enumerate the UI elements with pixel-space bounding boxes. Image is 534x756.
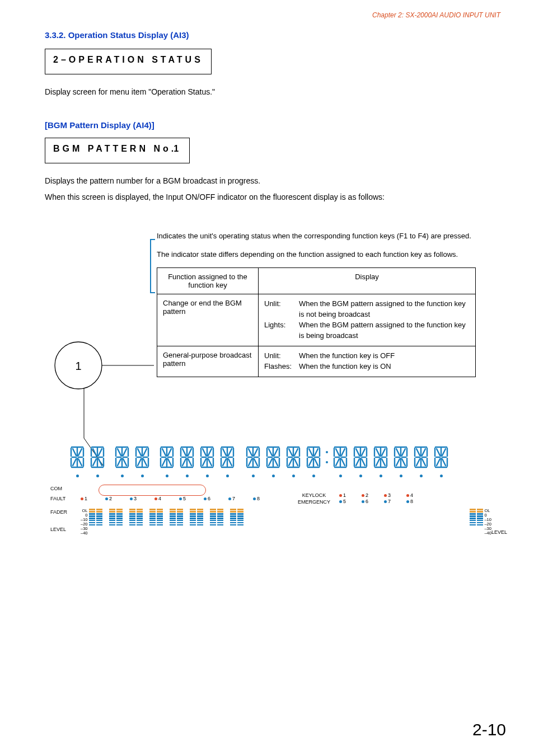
led-icon — [384, 494, 387, 497]
svg-line-183 — [341, 449, 345, 456]
highlight-box — [99, 485, 206, 496]
led-icon — [130, 497, 133, 500]
svg-line-99 — [208, 449, 212, 456]
svg-line-86 — [182, 459, 186, 466]
segment-glyph-icon — [133, 445, 151, 469]
meter-segment — [149, 511, 156, 513]
svg-line-28 — [93, 449, 96, 456]
fault-indicator-5: 5 — [179, 496, 204, 501]
input-level-meters — [89, 509, 243, 525]
meter-segment — [470, 520, 476, 522]
svg-line-87 — [188, 459, 191, 466]
section-description-ai3: Display screen for menu item "Operation … — [45, 87, 500, 98]
indicator-dot-icon — [226, 475, 229, 477]
svg-line-142 — [269, 459, 272, 466]
meter-segment — [137, 509, 143, 510]
svg-line-141 — [274, 449, 278, 456]
meter-segment — [89, 518, 95, 519]
meter-segment — [109, 509, 115, 510]
status-pair: 26 — [362, 492, 384, 505]
segment-glyph-icon — [331, 445, 349, 469]
segment-glyph-icon — [113, 445, 131, 469]
meter-segment — [190, 513, 196, 515]
meter-segment — [157, 518, 163, 519]
lcd-bgm-suffix: 1 — [174, 144, 181, 153]
meter-segment — [129, 522, 135, 524]
fault-indicator-4: 4 — [154, 496, 179, 501]
svg-line-196 — [356, 449, 359, 456]
led-icon — [362, 500, 364, 503]
meter-segment — [197, 513, 203, 515]
meter-segment — [190, 520, 196, 522]
segment-glyph-icon — [158, 445, 176, 469]
meter-segment — [237, 511, 243, 513]
svg-line-170 — [309, 459, 312, 466]
kv-val: When the function key is ON — [299, 361, 470, 372]
meter-segment — [109, 518, 115, 519]
meter-segment — [170, 524, 176, 526]
meter-segment — [477, 515, 483, 517]
meter-segment — [470, 511, 476, 513]
svg-line-168 — [309, 449, 312, 456]
meter-segment — [210, 511, 216, 513]
callout-lead-2: The indicator state differs depending on… — [157, 250, 500, 260]
svg-line-127 — [254, 449, 257, 456]
fault-indicator-8: 8 — [253, 496, 278, 501]
meter-segment — [477, 520, 483, 522]
meter-segment — [477, 524, 483, 526]
meter-segment — [109, 511, 115, 513]
meter-segment — [170, 520, 176, 522]
meter-segment — [129, 509, 135, 510]
status-led-bot: 7 — [384, 499, 406, 505]
meter-segment — [470, 509, 476, 510]
meter-segment — [230, 509, 236, 510]
svg-line-210 — [376, 449, 380, 456]
segment-glyph-icon — [392, 445, 410, 469]
meter-segment — [157, 515, 163, 517]
meter-segment — [217, 524, 223, 526]
meter-segment — [210, 520, 216, 522]
level-meter-bar — [129, 509, 135, 525]
fault-indicator-2: 2 — [105, 496, 130, 501]
label-fault: FAULT — [48, 495, 81, 503]
meter-segment — [190, 522, 196, 524]
callout-number: 1 — [75, 360, 81, 372]
svg-line-43 — [123, 449, 127, 456]
input-meter-2 — [109, 509, 123, 525]
meter-segment — [116, 520, 123, 522]
status-led-top: 3 — [384, 492, 406, 499]
meter-segment — [210, 509, 216, 510]
input-meter-8 — [230, 509, 243, 525]
svg-line-84 — [182, 449, 186, 456]
meter-segment — [96, 511, 102, 513]
svg-line-85 — [188, 449, 191, 456]
svg-line-98 — [203, 449, 206, 456]
meter-segment — [129, 518, 135, 519]
segment-glyph-icon — [198, 445, 216, 469]
svg-line-239 — [422, 449, 425, 456]
meter-segment — [109, 522, 115, 524]
status-led-bot: 6 — [362, 499, 384, 505]
meter-segment — [210, 524, 216, 526]
segment-glyph-icon — [372, 445, 390, 469]
level-meter-bar — [137, 509, 143, 525]
meter-segment — [217, 522, 223, 524]
meter-segment — [149, 522, 156, 524]
meter-segment — [470, 524, 476, 526]
meter-segment — [89, 509, 95, 510]
meter-segment — [477, 518, 483, 519]
meter-segment — [149, 515, 156, 517]
svg-line-155 — [294, 449, 298, 456]
meter-segment — [237, 518, 243, 519]
svg-line-171 — [315, 459, 318, 466]
meter-segment — [170, 513, 176, 515]
meter-segment — [217, 509, 223, 510]
svg-line-255 — [442, 459, 446, 466]
meter-segment — [157, 513, 163, 515]
meter-segment — [230, 513, 236, 515]
svg-line-225 — [402, 449, 405, 456]
svg-line-224 — [396, 449, 400, 456]
label-com: COM — [48, 486, 62, 491]
segment-glyph-icon — [68, 445, 86, 469]
page-number: 2-10 — [472, 720, 506, 739]
